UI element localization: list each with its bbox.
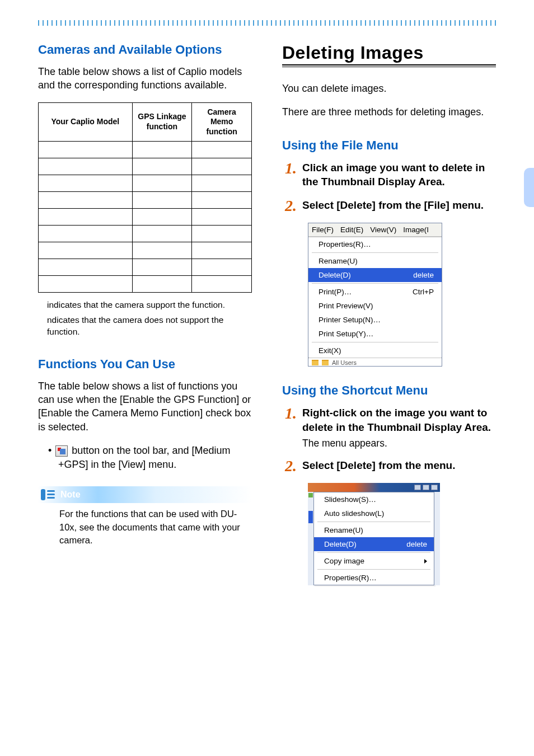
maximize-icon[interactable] bbox=[423, 485, 429, 490]
title-rule bbox=[282, 64, 496, 67]
file-step-1: 1. Click an image you want to delete in … bbox=[282, 161, 496, 189]
menu-separator bbox=[312, 283, 438, 284]
table-row bbox=[39, 226, 252, 242]
menu-separator bbox=[317, 522, 430, 522]
note-text: For the functions that can be used with … bbox=[59, 508, 252, 546]
table-row bbox=[39, 192, 252, 209]
submenu-arrow-icon bbox=[424, 559, 427, 564]
table-row bbox=[39, 259, 252, 276]
shortcut-step-2-title: Select [Delete] from the menu. bbox=[302, 458, 496, 473]
note-bar: Note bbox=[38, 486, 252, 503]
file-step-2-title: Select [Delete] from the [File] menu. bbox=[302, 198, 496, 213]
note-label: Note bbox=[60, 490, 81, 500]
shortcut-step-2: 2. Select [Delete] from the menu. bbox=[282, 458, 496, 474]
menubar-file[interactable]: File(F) bbox=[312, 226, 334, 234]
delete-intro-1: You can delete images. bbox=[282, 82, 496, 95]
menubar-view[interactable]: View(V) bbox=[370, 226, 396, 234]
menubar-image[interactable]: Image(I bbox=[403, 226, 429, 234]
camera-table: Your Caplio Model GPS Linkage function C… bbox=[38, 102, 252, 293]
svg-rect-2 bbox=[47, 494, 55, 495]
col-gps: GPS Linkage function bbox=[132, 102, 192, 142]
file-menu-screenshot: File(F) Edit(E) View(V) Image(I Properti… bbox=[308, 223, 442, 367]
menu-item-delete[interactable]: Delete(D) delete bbox=[308, 268, 442, 282]
step-number: 1. bbox=[282, 406, 297, 449]
step-number: 2. bbox=[282, 198, 297, 214]
svg-rect-1 bbox=[47, 490, 55, 492]
table-row bbox=[39, 158, 252, 175]
menu-item-printer-setup[interactable]: Printer Setup(N)… bbox=[308, 313, 442, 327]
page-thumb-tab[interactable] bbox=[524, 168, 534, 207]
functions-bullet-1: button on the tool bar, and [Medium +GPS… bbox=[58, 444, 252, 472]
svg-rect-3 bbox=[47, 497, 55, 499]
menu-separator bbox=[312, 342, 438, 342]
camera-table-body bbox=[39, 142, 252, 293]
shortcut-step-1: 1. Right-click on the image you want to … bbox=[282, 406, 496, 449]
menu-item-rename[interactable]: Rename(U) bbox=[314, 523, 434, 537]
cameras-intro: The table below shows a list of Caplio m… bbox=[38, 65, 252, 92]
menu-item-copy-image[interactable]: Copy image bbox=[314, 554, 434, 568]
menubar[interactable]: File(F) Edit(E) View(V) Image(I bbox=[308, 223, 442, 237]
file-step-1-title: Click an image you want to delete in the… bbox=[302, 161, 496, 189]
thumbnail-strip-right bbox=[434, 492, 440, 585]
footnote-2: ndicates that the camera does not suppor… bbox=[47, 314, 252, 338]
step-number: 2. bbox=[282, 458, 297, 474]
window-titlebar bbox=[308, 483, 440, 492]
menu-separator bbox=[317, 552, 430, 553]
svg-rect-0 bbox=[41, 489, 45, 500]
medium-gps-toolbar-icon bbox=[55, 445, 68, 457]
menu-item-print-preview[interactable]: Print Preview(V) bbox=[308, 299, 442, 313]
menu-separator bbox=[317, 569, 430, 570]
menu-trail-text: All Users bbox=[332, 359, 357, 366]
menu-item-properties[interactable]: Properties(R)… bbox=[314, 571, 434, 585]
context-menu-panel: Slideshow(S)… Auto slideshow(L) Rename(U… bbox=[313, 492, 434, 585]
functions-bullet-1-text: button on the tool bar, and [Medium +GPS… bbox=[58, 445, 231, 470]
minimize-icon[interactable] bbox=[414, 485, 421, 490]
table-row bbox=[39, 142, 252, 158]
note-icon bbox=[40, 487, 56, 502]
menu-item-exit[interactable]: Exit(X) bbox=[308, 344, 442, 358]
menu-trail: All Users bbox=[308, 358, 442, 366]
menu-item-slideshow[interactable]: Slideshow(S)… bbox=[314, 492, 434, 506]
functions-intro: The table below shows a list of function… bbox=[38, 379, 252, 434]
right-column: Deleting Images You can delete images. T… bbox=[282, 43, 496, 585]
left-column: Cameras and Available Options The table … bbox=[38, 43, 252, 585]
table-row bbox=[39, 276, 252, 293]
col-memo: Camera Memo function bbox=[192, 102, 252, 142]
shortcut-menu-screenshot: Slideshow(S)… Auto slideshow(L) Rename(U… bbox=[308, 483, 440, 585]
file-step-2: 2. Select [Delete] from the [File] menu. bbox=[282, 198, 496, 214]
thumbnail-strip-left bbox=[308, 492, 313, 585]
table-row bbox=[39, 242, 252, 259]
menu-separator bbox=[312, 252, 438, 253]
menubar-edit[interactable]: Edit(E) bbox=[340, 226, 363, 234]
shortcut-step-1-title: Right-click on the image you want to del… bbox=[302, 406, 496, 434]
page-title: Deleting Images bbox=[282, 43, 496, 63]
menu-item-auto-slideshow[interactable]: Auto slideshow(L) bbox=[314, 506, 434, 520]
table-row bbox=[39, 209, 252, 226]
step-number: 1. bbox=[282, 161, 297, 189]
decorative-divider bbox=[38, 20, 496, 26]
folder-icon bbox=[312, 360, 318, 365]
file-menu-heading: Using the File Menu bbox=[282, 138, 496, 153]
menu-item-delete[interactable]: Delete(D) delete bbox=[314, 537, 434, 551]
table-row bbox=[39, 175, 252, 192]
menu-item-print-setup[interactable]: Print Setup(Y)… bbox=[308, 327, 442, 341]
cameras-heading: Cameras and Available Options bbox=[38, 43, 252, 57]
file-menu-panel: Properties(R)… Rename(U) Delete(D) delet… bbox=[308, 237, 442, 366]
col-model: Your Caplio Model bbox=[39, 102, 133, 142]
menu-item-properties[interactable]: Properties(R)… bbox=[308, 237, 442, 251]
menu-item-rename[interactable]: Rename(U) bbox=[308, 254, 442, 268]
shortcut-heading: Using the Shortcut Menu bbox=[282, 383, 496, 398]
shortcut-step-1-body: The menu appears. bbox=[302, 438, 496, 449]
delete-intro-2: There are three methods for deleting ima… bbox=[282, 105, 496, 119]
menu-item-print[interactable]: Print(P)… Ctrl+P bbox=[308, 285, 442, 299]
footnote-1: indicates that the camera support the fu… bbox=[47, 299, 252, 311]
folder-icon bbox=[322, 360, 329, 365]
functions-heading: Functions You Can Use bbox=[38, 357, 252, 372]
close-icon[interactable] bbox=[431, 485, 438, 490]
